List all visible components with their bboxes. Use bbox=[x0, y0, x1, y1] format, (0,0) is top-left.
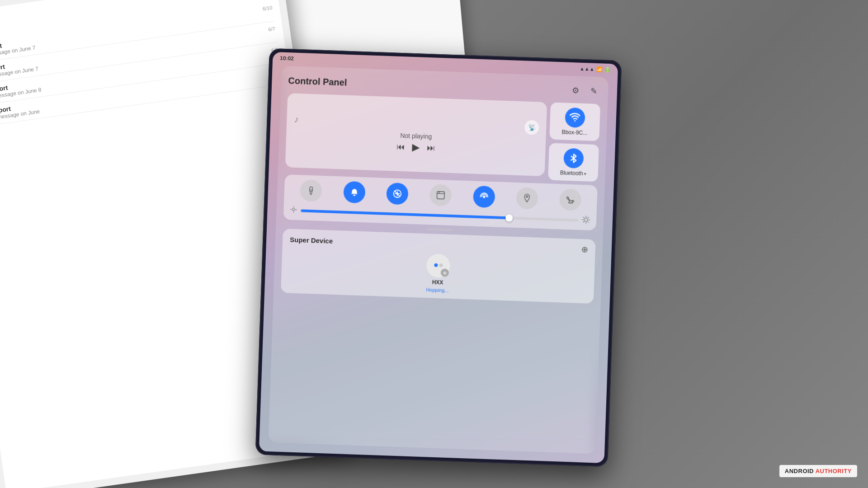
cast-icon[interactable]: 📡 bbox=[524, 120, 539, 135]
media-prev-button[interactable]: ⏮ bbox=[396, 142, 405, 152]
super-device-card: Super Device ⊕ ⊕ HXX Hoppin bbox=[281, 229, 596, 304]
wifi-label: Bbox-9C... bbox=[561, 129, 587, 136]
quick-toggles-card bbox=[283, 174, 598, 230]
status-icons: ▲▲▲ 📶 🔋 bbox=[580, 66, 611, 72]
flashlight-toggle[interactable] bbox=[300, 179, 322, 202]
svg-line-17 bbox=[583, 217, 584, 218]
wifi-icon: 📶 bbox=[596, 66, 603, 72]
device-avatar: ⊕ bbox=[426, 253, 450, 278]
hotspot-toggle[interactable] bbox=[473, 186, 495, 208]
brightness-min-icon bbox=[290, 206, 297, 215]
media-play-button[interactable]: ▶ bbox=[412, 141, 420, 154]
device-dots bbox=[434, 263, 443, 267]
svg-point-6 bbox=[526, 196, 528, 197]
super-device-device: ⊕ HXX Hopping... bbox=[288, 249, 588, 298]
notifications-list: 6/10 Sensibo Support New customer messag… bbox=[0, 0, 294, 161]
brightness-fill bbox=[301, 209, 509, 219]
signal-icon: ▲▲▲ bbox=[580, 66, 594, 72]
bluetooth-icon-tile bbox=[563, 148, 584, 169]
svg-point-12 bbox=[584, 218, 588, 221]
device-dot-blue bbox=[434, 263, 438, 267]
location-toggle[interactable] bbox=[516, 187, 538, 210]
edit-icon[interactable]: ✎ bbox=[586, 84, 601, 99]
control-panel: Control Panel ⚙ ✎ ♪ 📡 Not playing bbox=[268, 66, 609, 454]
foldable-phone: 10:02 ▲▲▲ 📶 🔋 Control Panel ⚙ ✎ bbox=[255, 48, 622, 467]
device-dot-gray bbox=[439, 263, 443, 267]
battery-icon: 🔋 bbox=[604, 66, 611, 72]
airplane-toggle[interactable] bbox=[559, 188, 582, 211]
svg-line-20 bbox=[588, 217, 589, 218]
cp-title: Control Panel bbox=[288, 75, 347, 88]
svg-point-0 bbox=[574, 120, 576, 122]
music-icon: ♪ bbox=[294, 114, 299, 124]
svg-point-7 bbox=[292, 208, 295, 211]
notif-date-2: 6/7 bbox=[268, 26, 276, 32]
wifi-icon-tile bbox=[565, 108, 585, 128]
wifi-tile[interactable]: Bbox-9C... bbox=[549, 102, 600, 141]
device-small-icon: ⊕ bbox=[441, 268, 449, 277]
svg-point-5 bbox=[483, 196, 486, 198]
brightness-track[interactable] bbox=[301, 209, 578, 221]
bluetooth-label: Bluetooth bbox=[560, 169, 583, 177]
screenshot-toggle[interactable] bbox=[429, 184, 452, 206]
watermark-android: ANDROID bbox=[785, 468, 814, 474]
notification-toggle[interactable] bbox=[343, 181, 366, 204]
media-next-button[interactable]: ⏭ bbox=[427, 143, 435, 153]
super-device-settings-icon[interactable]: ⊕ bbox=[581, 244, 588, 255]
phone-screen: 10:02 ▲▲▲ 📶 🔋 Control Panel ⚙ ✎ bbox=[259, 52, 618, 463]
device-name: HXX bbox=[432, 279, 443, 286]
brightness-max-icon bbox=[582, 216, 590, 226]
device-status: Hopping... bbox=[426, 287, 449, 293]
bluetooth-tile[interactable]: Bluetooth ▾ bbox=[548, 143, 599, 182]
panel-divider bbox=[426, 228, 453, 231]
brightness-thumb[interactable] bbox=[505, 214, 513, 222]
svg-line-18 bbox=[588, 222, 589, 223]
bluetooth-dropdown-icon: ▾ bbox=[584, 171, 586, 176]
cp-header-icons: ⚙ ✎ bbox=[568, 83, 601, 99]
settings-icon[interactable]: ⚙ bbox=[568, 83, 583, 98]
svg-rect-4 bbox=[437, 192, 444, 199]
status-time: 10:02 bbox=[280, 55, 294, 61]
watermark-authority: AUTHORITY bbox=[816, 468, 852, 474]
svg-line-19 bbox=[583, 221, 584, 222]
mute-toggle[interactable] bbox=[386, 183, 409, 205]
watermark: ANDROID AUTHORITY bbox=[779, 465, 857, 477]
media-player-card: ♪ 📡 Not playing ⏮ ▶ ⏭ bbox=[285, 93, 547, 176]
super-device-title: Super Device bbox=[290, 235, 333, 244]
svg-point-1 bbox=[310, 191, 311, 192]
